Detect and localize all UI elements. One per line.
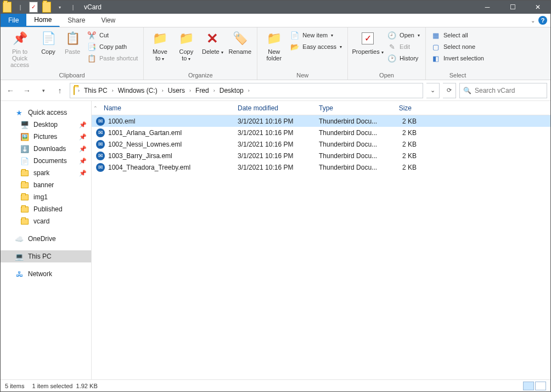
address-bar[interactable]: › This PC› Windows (C:)› Users› Fred› De… <box>70 83 423 98</box>
details-view-button[interactable] <box>523 382 534 390</box>
tab-file[interactable]: File <box>1 14 26 27</box>
collapse-ribbon-caret[interactable]: ⌄ <box>531 18 535 24</box>
folder-icon <box>20 193 29 201</box>
select-none-icon: ▢ <box>431 42 440 51</box>
move-to-button[interactable]: 📁 Move to▾ <box>147 29 172 63</box>
file-row[interactable]: ✉1003_Barry_Jirsa.eml3/1/2021 10:16 PMTh… <box>92 150 550 161</box>
thunderbird-icon: ✉ <box>96 128 105 137</box>
sort-indicator[interactable]: ⌃ <box>92 101 99 115</box>
up-button[interactable]: ↑ <box>53 84 66 97</box>
nav-thispc[interactable]: 💻This PC <box>1 250 91 262</box>
delete-button[interactable]: ✕ Delete▾ <box>200 29 225 56</box>
select-none-button[interactable]: ▢Select none <box>429 41 486 52</box>
close-button[interactable]: ✕ <box>525 1 550 14</box>
easy-access-button[interactable]: 📂Easy access ▾ <box>288 41 344 52</box>
file-size: 2 KB <box>383 152 421 160</box>
help-button[interactable]: ? <box>538 16 547 25</box>
new-folder-label: New folder <box>263 48 285 61</box>
pin-icon: 📌 <box>79 145 87 153</box>
crumb-drive[interactable]: Windows (C:) <box>115 83 161 98</box>
maximize-button[interactable]: ☐ <box>500 1 525 14</box>
open-button[interactable]: 🕘Open ▾ <box>385 30 422 41</box>
nav-img1[interactable]: img1 <box>1 191 91 203</box>
select-all-button[interactable]: ▦Select all <box>429 30 486 41</box>
back-button[interactable]: ← <box>4 84 17 97</box>
paste-icon: 📋 <box>64 30 81 47</box>
scissors-icon: ✂️ <box>87 31 96 40</box>
nav-onedrive[interactable]: ☁️OneDrive <box>1 233 91 245</box>
history-button[interactable]: 🕑History <box>385 53 422 64</box>
chev-2[interactable]: › <box>188 88 192 93</box>
nav-documents[interactable]: 📄Documents📌 <box>1 155 91 167</box>
invert-selection-button[interactable]: ◧Invert selection <box>429 53 486 64</box>
pasteshortcut-label: Paste shortcut <box>99 55 138 61</box>
nav-spark-label: spark <box>33 169 49 177</box>
chev-1[interactable]: › <box>161 88 165 93</box>
file-date: 3/1/2021 10:16 PM <box>238 152 319 160</box>
nav-vcard[interactable]: vcard <box>1 215 91 227</box>
crumb-users[interactable]: Users <box>165 83 188 98</box>
chev-0[interactable]: › <box>111 88 115 93</box>
file-name: 1004_Theadora_Treeby.eml <box>108 164 190 171</box>
qat-properties-checkbox[interactable]: ✓ <box>28 2 39 13</box>
status-bar: 5 items 1 item selected 1.92 KB <box>1 379 550 391</box>
refresh-button[interactable]: ⟳ <box>443 83 456 98</box>
chev-4[interactable]: › <box>247 88 251 93</box>
paste-shortcut-button[interactable]: 📋Paste shortcut <box>85 53 140 64</box>
nav-desktop[interactable]: 🖥️Desktop📌 <box>1 119 91 131</box>
nav-banner-label: banner <box>33 181 54 189</box>
chev-3[interactable]: › <box>212 88 216 93</box>
copy-button[interactable]: 📄 Copy <box>37 29 60 56</box>
file-size: 2 KB <box>383 129 421 137</box>
tab-view[interactable]: View <box>93 14 123 27</box>
cloud-icon: ☁️ <box>15 234 24 243</box>
large-icons-view-button[interactable] <box>535 382 546 390</box>
qat-folder-icon[interactable] <box>2 2 13 13</box>
nav-network[interactable]: 🖧Network <box>1 268 91 280</box>
minimize-button[interactable]: ─ <box>475 1 500 14</box>
rename-button[interactable]: 🏷️ Rename <box>226 29 254 56</box>
file-size: 2 KB <box>383 117 421 125</box>
nav-banner[interactable]: banner <box>1 179 91 191</box>
tab-share[interactable]: Share <box>60 14 93 27</box>
copy-to-button[interactable]: 📁 Copy to▾ <box>173 29 199 63</box>
nav-spark[interactable]: spark📌 <box>1 167 91 179</box>
new-item-button[interactable]: 📄New item ▾ <box>288 30 344 41</box>
root-chevron[interactable]: › <box>77 88 81 93</box>
qat-customize-caret[interactable]: ▾ <box>54 2 65 13</box>
column-name[interactable]: Name <box>99 101 233 115</box>
onedrive-label: OneDrive <box>28 235 56 243</box>
column-size[interactable]: Size <box>378 101 417 115</box>
file-row[interactable]: ✉1004_Theadora_Treeby.eml3/1/2021 10:16 … <box>92 161 550 173</box>
nav-quick-access[interactable]: ★Quick access <box>1 107 91 119</box>
crumb-fred[interactable]: Fred <box>192 83 212 98</box>
column-date[interactable]: Date modified <box>233 101 314 115</box>
nav-downloads[interactable]: ⬇️Downloads📌 <box>1 143 91 155</box>
new-folder-button[interactable]: 📁 New folder <box>261 29 287 63</box>
file-row[interactable]: ✉1000.eml3/1/2021 10:16 PMThunderbird Do… <box>92 115 550 127</box>
pin-to-quick-access-button[interactable]: 📌 Pin to Quick access <box>4 29 36 69</box>
copy-path-button[interactable]: 📑Copy path <box>85 41 140 52</box>
copy-icon: 📄 <box>40 30 57 47</box>
nav-published[interactable]: Published <box>1 203 91 215</box>
edit-button[interactable]: ✎Edit <box>385 41 422 52</box>
paste-button[interactable]: 📋 Paste <box>61 29 84 56</box>
column-type[interactable]: Type <box>314 101 378 115</box>
easy-access-label: Easy access <box>302 43 336 50</box>
nav-pictures[interactable]: 🖼️Pictures📌 <box>1 131 91 143</box>
file-row[interactable]: ✉1001_Arlana_Gartan.eml3/1/2021 10:16 PM… <box>92 127 550 138</box>
cut-button[interactable]: ✂️Cut <box>85 30 140 41</box>
properties-button[interactable]: ✓ Properties▾ <box>351 29 384 56</box>
folder-icon <box>20 217 29 226</box>
address-dropdown[interactable]: ⌄ <box>426 83 440 98</box>
crumb-thispc[interactable]: This PC <box>81 83 111 98</box>
file-row[interactable]: ✉1002_Nessi_Lownes.eml3/1/2021 10:16 PMT… <box>92 138 550 150</box>
recent-caret[interactable]: ▾ <box>37 84 50 97</box>
qat-newfolder-icon[interactable] <box>41 2 52 13</box>
search-input[interactable]: 🔍 Search vCard <box>459 83 547 98</box>
tab-home[interactable]: Home <box>26 14 60 27</box>
nav-pictures-label: Pictures <box>33 133 57 141</box>
forward-button[interactable]: → <box>20 84 33 97</box>
paste-shortcut-icon: 📋 <box>87 54 96 63</box>
crumb-desktop[interactable]: Desktop <box>216 83 247 98</box>
